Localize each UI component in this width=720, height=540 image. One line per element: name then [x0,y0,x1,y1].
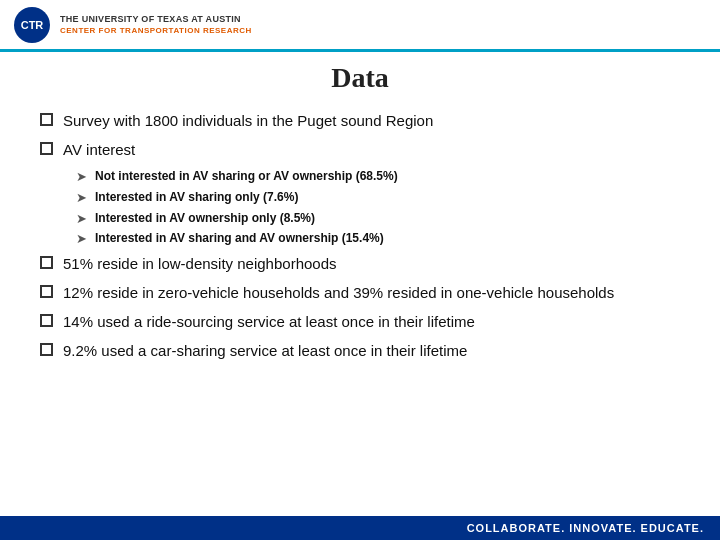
sub-bullet-2: ➤ Interested in AV sharing only (7.6%) [76,189,680,206]
page-title: Data [40,62,680,94]
logo: CTR [14,7,50,43]
bullet-square-1 [40,113,53,126]
footer: COLLABORATE. INNOVATE. EDUCATE. [0,516,720,540]
sub-bullet-text-1: Not interested in AV sharing or AV owner… [95,168,398,185]
bullet-square-6 [40,343,53,356]
sub-bullet-text-3: Interested in AV ownership only (8.5%) [95,210,315,227]
bullet-square-3 [40,256,53,269]
sub-bullet-text-4: Interested in AV sharing and AV ownershi… [95,230,384,247]
arrow-icon-2: ➤ [76,190,87,205]
bullet-text-6: 9.2% used a car-sharing service at least… [63,340,467,361]
bullet-text-1: Survey with 1800 individuals in the Puge… [63,110,433,131]
sub-bullet-4: ➤ Interested in AV sharing and AV owners… [76,230,680,247]
bullet-text-3: 51% reside in low-density neighborhoods [63,253,337,274]
bullet-item-4: 12% reside in zero-vehicle households an… [40,282,680,303]
sub-bullet-3: ➤ Interested in AV ownership only (8.5%) [76,210,680,227]
bullet-item-2: AV interest [40,139,680,160]
center-name: CENTER FOR TRANSPORTATION RESEARCH [60,26,252,35]
main-content: Data Survey with 1800 individuals in the… [0,52,720,379]
sub-bullet-text-2: Interested in AV sharing only (7.6%) [95,189,298,206]
bullet-text-2: AV interest [63,139,135,160]
bullet-text-4: 12% reside in zero-vehicle households an… [63,282,614,303]
sub-bullets-container: ➤ Not interested in AV sharing or AV own… [76,168,680,247]
bullet-text-5: 14% used a ride-sourcing service at leas… [63,311,475,332]
bullet-item-1: Survey with 1800 individuals in the Puge… [40,110,680,131]
arrow-icon-3: ➤ [76,211,87,226]
arrow-icon-4: ➤ [76,231,87,246]
footer-text: COLLABORATE. INNOVATE. EDUCATE. [467,522,704,534]
sub-bullet-1: ➤ Not interested in AV sharing or AV own… [76,168,680,185]
logo-text: CTR [21,19,44,31]
header-text-block: THE UNIVERSITY OF TEXAS AT AUSTIN CENTER… [60,14,252,35]
arrow-icon-1: ➤ [76,169,87,184]
bullet-square-2 [40,142,53,155]
university-name: THE UNIVERSITY OF TEXAS AT AUSTIN [60,14,252,24]
bullet-item-3: 51% reside in low-density neighborhoods [40,253,680,274]
bullet-item-6: 9.2% used a car-sharing service at least… [40,340,680,361]
bullet-square-5 [40,314,53,327]
bullet-square-4 [40,285,53,298]
bullet-item-5: 14% used a ride-sourcing service at leas… [40,311,680,332]
header: CTR THE UNIVERSITY OF TEXAS AT AUSTIN CE… [0,0,720,52]
